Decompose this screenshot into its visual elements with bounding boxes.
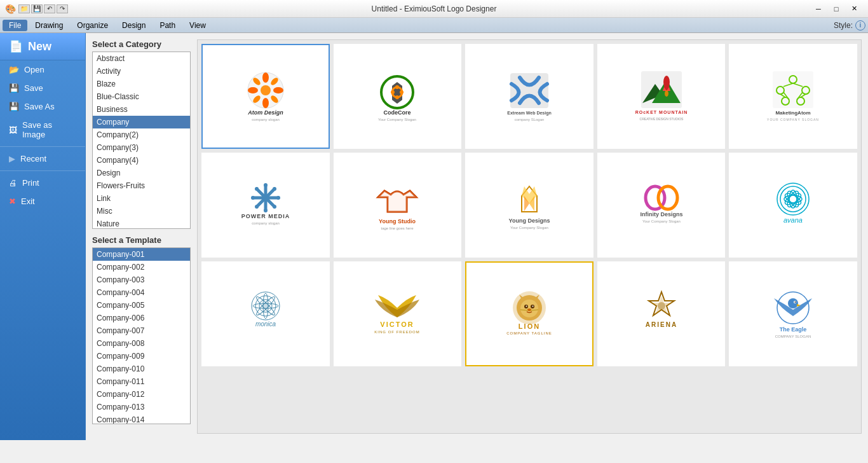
cat-abstract[interactable]: Abstract — [93, 52, 190, 65]
logo-powermedia[interactable]: POWER MEDIA company slogan — [201, 153, 330, 258]
logo-monica-area: monica — [208, 268, 323, 360]
monica-svg: monica — [234, 286, 297, 343]
menu-file[interactable]: File — [3, 20, 27, 31]
tmpl-010[interactable]: Company-010 — [93, 363, 190, 375]
new-button[interactable]: 📄 New — [0, 33, 85, 60]
codecore-svg: CodeCore Your Company Slogan — [365, 68, 429, 125]
tmpl-014[interactable]: Company-014 — [93, 413, 190, 425]
close-button[interactable]: ✕ — [845, 3, 863, 15]
cat-misc[interactable]: Misc — [93, 205, 190, 218]
save-as-image-button[interactable]: 🖼 Save as Image — [0, 116, 85, 144]
logo-youngstudio-area: Young Studio tage line goes here — [340, 159, 456, 251]
open-icon: 📂 — [9, 65, 19, 74]
logo-maketing[interactable]: MaketingAtom YOUR COMPANY SLOGAN — [729, 44, 857, 149]
logo-eagle[interactable]: The Eagle COMPANY SLOGAN — [729, 261, 857, 366]
svg-text:MaketingAtom: MaketingAtom — [776, 110, 811, 116]
cat-company3[interactable]: Company(3) — [93, 141, 190, 154]
cat-design[interactable]: Design — [93, 167, 190, 179]
logo-rocket[interactable]: ROcKET MOUNTAIN CREATIVE DESIGN STUDIOS — [597, 44, 726, 149]
logo-youngstudio[interactable]: Young Studio tage line goes here — [334, 153, 462, 258]
cat-company[interactable]: Company — [93, 116, 190, 128]
tmpl-007[interactable]: Company-007 — [93, 324, 190, 337]
svg-text:tage line goes here: tage line goes here — [381, 226, 414, 230]
tmpl-002[interactable]: Company-002 — [93, 261, 190, 273]
logo-codecore[interactable]: CodeCore Your Company Slogan — [334, 44, 462, 149]
cat-link[interactable]: Link — [93, 192, 190, 205]
logo-lion[interactable]: LION COMPANY TAGLINE — [465, 261, 593, 366]
svg-point-111 — [658, 302, 665, 310]
cat-business[interactable]: Business — [93, 103, 190, 116]
logo-youngdesigns[interactable]: Young Designs Your Company Slogan — [465, 153, 593, 258]
svg-text:Atom Design: Atom Design — [247, 109, 283, 116]
tmpl-004[interactable]: Company-004 — [93, 286, 190, 299]
svg-point-3 — [262, 98, 269, 108]
logo-avana[interactable]: avana — [729, 153, 857, 258]
logo-ariena[interactable]: ARIENA — [597, 261, 726, 366]
tmpl-006[interactable]: Company-006 — [93, 312, 190, 324]
cat-activity[interactable]: Activity — [93, 65, 190, 78]
svg-point-52 — [264, 183, 268, 187]
menu-view[interactable]: View — [183, 20, 212, 31]
exit-button[interactable]: ✖ Exit — [0, 192, 85, 211]
cat-nature[interactable]: Nature — [93, 218, 190, 229]
maximize-button[interactable]: □ — [827, 3, 845, 15]
svg-point-75 — [777, 183, 809, 215]
menu-design[interactable]: Design — [116, 20, 152, 31]
logo-infinity[interactable]: Infinity Designs Your Company Slogan — [597, 153, 726, 258]
logo-rocket-area: ROcKET MOUNTAIN CREATIVE DESIGN STUDIOS — [604, 50, 719, 142]
logo-victor[interactable]: VICTOR KING OF FREEDOM — [334, 261, 462, 366]
rocket-svg: ROcKET MOUNTAIN CREATIVE DESIGN STUDIOS — [630, 68, 693, 125]
divider-1 — [0, 146, 85, 147]
logo-infinity-area: Infinity Designs Your Company Slogan — [604, 159, 719, 251]
minimize-button[interactable]: ─ — [810, 3, 827, 15]
youngdesigns-svg: Young Designs Your Company Slogan — [498, 177, 561, 234]
cat-blue-classic[interactable]: Blue-Classic — [93, 90, 190, 103]
tmpl-005[interactable]: Company-005 — [93, 299, 190, 312]
tmpl-013[interactable]: Company-013 — [93, 401, 190, 413]
logo-extream[interactable]: Extream Web Design company SLogan — [465, 44, 593, 149]
menu-organize[interactable]: Organize — [71, 20, 114, 31]
svg-text:CREATIVE DESIGN STUDIOS: CREATIVE DESIGN STUDIOS — [639, 117, 683, 121]
main-layout: 📄 New 📂 Open 💾 Save 💾 Save As 🖼 Save as … — [0, 33, 868, 440]
cat-company4[interactable]: Company(4) — [93, 154, 190, 167]
category-list[interactable]: Abstract Activity Blaze Blue-Classic Bus… — [92, 52, 191, 229]
cat-flowers[interactable]: Flowers-Fruits — [93, 179, 190, 192]
svg-point-60 — [262, 195, 269, 201]
toolbar-btn-2[interactable]: 💾 — [31, 4, 43, 13]
eagle-svg: The Eagle COMPANY SLOGAN — [761, 286, 825, 343]
svg-text:ROcKET MOUNTAIN: ROcKET MOUNTAIN — [635, 110, 688, 114]
logo-monica[interactable]: monica — [201, 261, 330, 366]
tmpl-012[interactable]: Company-012 — [93, 388, 190, 401]
template-grid-container[interactable]: Atom Design company slogan — [197, 39, 862, 434]
svg-text:monica: monica — [255, 321, 276, 328]
svg-text:CodeCore: CodeCore — [384, 109, 411, 116]
save-as-button[interactable]: 💾 Save As — [0, 97, 85, 116]
avana-svg: avana — [761, 177, 825, 234]
logo-eagle-area: The Eagle COMPANY SLOGAN — [735, 268, 851, 360]
toolbar-btn-4[interactable]: ↷ — [57, 4, 68, 13]
menu-path[interactable]: Path — [153, 20, 182, 31]
logo-atom[interactable]: Atom Design company slogan — [201, 44, 330, 149]
tmpl-011[interactable]: Company-011 — [93, 375, 190, 388]
save-button[interactable]: 💾 Save — [0, 79, 85, 97]
svg-point-57 — [273, 205, 276, 209]
cat-blaze[interactable]: Blaze — [93, 78, 190, 90]
toolbar-btn-1[interactable]: 📁 — [18, 4, 30, 13]
template-label: Select a Template — [92, 235, 191, 245]
logo-powermedia-area: POWER MEDIA company slogan — [208, 159, 323, 251]
menu-drawing[interactable]: Drawing — [29, 20, 69, 31]
info-icon: i — [855, 20, 865, 31]
template-list[interactable]: Company-001 Company-002 Company-003 Comp… — [92, 247, 191, 425]
svg-text:Extream Web Design: Extream Web Design — [507, 111, 552, 116]
tmpl-003[interactable]: Company-003 — [93, 273, 190, 286]
tmpl-009[interactable]: Company-009 — [93, 350, 190, 363]
svg-text:COMPANY SLOGAN: COMPANY SLOGAN — [775, 335, 811, 338]
open-button[interactable]: 📂 Open — [0, 60, 85, 79]
recent-button[interactable]: ▶ Recent — [0, 149, 85, 168]
toolbar-btn-3[interactable]: ↶ — [44, 4, 55, 13]
print-button[interactable]: 🖨 Print — [0, 174, 85, 192]
cat-company2[interactable]: Company(2) — [93, 128, 190, 141]
tmpl-001[interactable]: Company-001 — [93, 248, 190, 261]
tmpl-008[interactable]: Company-008 — [93, 337, 190, 350]
toolbar-icons: 📁 💾 ↶ ↷ — [18, 4, 68, 13]
